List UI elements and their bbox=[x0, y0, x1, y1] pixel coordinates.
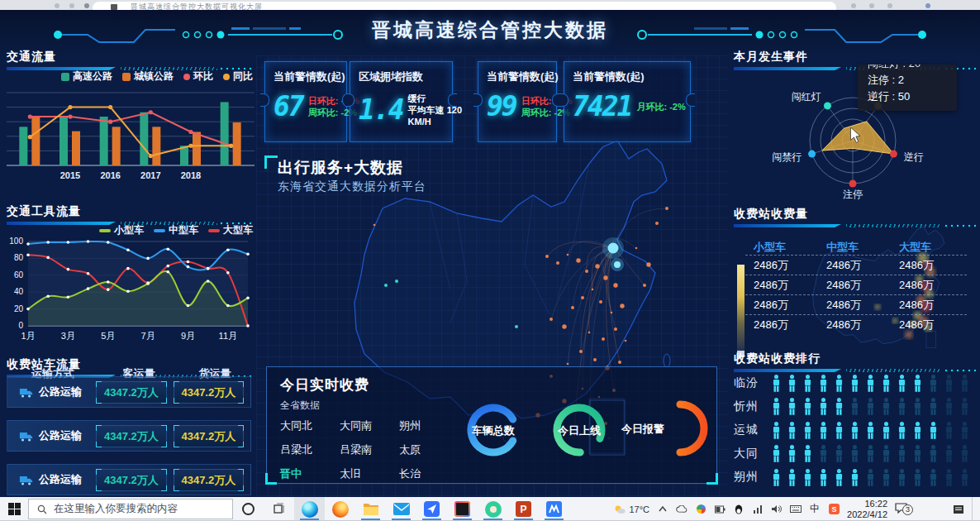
legend-marker-icon bbox=[122, 73, 131, 81]
menu-icon[interactable] bbox=[925, 3, 930, 8]
legend-item[interactable]: 小型车 bbox=[99, 223, 144, 237]
person-icon bbox=[897, 469, 906, 486]
legend-marker-icon bbox=[208, 229, 220, 232]
passenger-volume: 4347.2万人 bbox=[96, 425, 166, 447]
taskbar-app-idea[interactable] bbox=[447, 497, 478, 521]
vehicle-flow-chart[interactable]: 0204060801001月3月5月7月9月11月 bbox=[3, 237, 256, 346]
person-icon bbox=[772, 445, 781, 462]
taskbar-app-file-explorer[interactable] bbox=[355, 497, 386, 521]
person-icon bbox=[929, 422, 938, 439]
person-icon bbox=[850, 375, 859, 392]
tooltip-line: 逆行 : 50 bbox=[868, 88, 947, 105]
qq-tray-icon[interactable] bbox=[733, 504, 745, 514]
battery-tray-icon[interactable] bbox=[714, 505, 725, 514]
legend-marker-icon bbox=[99, 229, 111, 232]
back-icon[interactable] bbox=[55, 3, 59, 8]
taskbar-search[interactable]: 在这里输入你要搜索的内容 bbox=[28, 499, 233, 519]
taskbar-app-mastergo[interactable] bbox=[539, 497, 569, 521]
table-row: 公路运输4347.2万人4347.2万人 bbox=[7, 464, 251, 495]
revenue-cell: 2486万 bbox=[891, 256, 963, 275]
ime-indicator[interactable]: 中 bbox=[809, 502, 821, 516]
svg-text:0: 0 bbox=[18, 321, 23, 330]
taskbar-app-powerpoint[interactable]: P bbox=[508, 497, 539, 521]
search-icon bbox=[37, 504, 47, 514]
taskbar-app-mail[interactable] bbox=[386, 497, 416, 521]
legend-label: 小型车 bbox=[114, 223, 144, 237]
intellij-idea-icon bbox=[454, 501, 470, 517]
freight-volume: 4347.2万人 bbox=[174, 469, 244, 491]
svg-text:S: S bbox=[831, 505, 836, 514]
taskbar-app-task-view[interactable] bbox=[264, 497, 294, 521]
start-button[interactable] bbox=[0, 497, 28, 521]
legend-item[interactable]: 大型车 bbox=[208, 223, 253, 237]
legend-item[interactable]: 同比 bbox=[223, 69, 253, 84]
person-icon bbox=[850, 445, 859, 462]
taskbar-app-firefox[interactable] bbox=[325, 497, 355, 521]
legend-item[interactable]: 城镇公路 bbox=[122, 69, 174, 84]
sogou-tray-icon[interactable]: S bbox=[828, 504, 840, 514]
stat-title: 当前警情数(起) bbox=[487, 69, 549, 84]
person-icon bbox=[882, 445, 891, 462]
network-tray-icon[interactable] bbox=[752, 505, 764, 514]
person-icon bbox=[803, 375, 812, 392]
notification-center-button[interactable]: 3 bbox=[895, 503, 907, 515]
stat-cards: 当前警情数(起)67日环比: +3%周环比: -2%区域拥堵指数1.4缓行平均车… bbox=[263, 61, 709, 142]
screen: 晋城高速综合管控大数据可视化大屏 bbox=[0, 0, 980, 521]
stat-card: 区域拥堵指数1.4缓行平均车速 120KM/H bbox=[350, 61, 453, 142]
person-icon bbox=[835, 469, 844, 486]
person-icon bbox=[913, 445, 922, 462]
chevron-up-icon bbox=[659, 506, 667, 512]
tray-expand-button[interactable] bbox=[657, 506, 668, 512]
mail-icon bbox=[393, 502, 410, 516]
truck-icon bbox=[19, 475, 34, 485]
bookmark-icon[interactable] bbox=[869, 3, 874, 8]
table-row: 公路运输4347.2万人4347.2万人 bbox=[7, 420, 251, 452]
person-icon bbox=[803, 469, 812, 486]
table-row: 2486万2486万2486万 bbox=[745, 294, 967, 314]
taskbar-app-edge[interactable] bbox=[294, 497, 325, 521]
taskbar-app-feishu[interactable] bbox=[416, 497, 447, 521]
person-icon bbox=[835, 445, 844, 462]
stat-title: 区域拥堵指数 bbox=[359, 69, 445, 84]
section-title-vehicle: 交通工具流量 bbox=[7, 204, 255, 219]
action-center-icon[interactable] bbox=[953, 504, 964, 514]
transport-mode: 公路运输 bbox=[7, 428, 96, 443]
taskbar-app-cortana[interactable] bbox=[233, 497, 264, 521]
taskbar-app-contacts[interactable] bbox=[478, 497, 508, 521]
taskbar-clock[interactable]: 16:222022/4/12 bbox=[847, 499, 887, 520]
volume-tray-icon[interactable] bbox=[771, 504, 783, 514]
person-icon bbox=[772, 398, 781, 415]
stat-value-row: 99日环比: +3%周环比: -2% bbox=[487, 93, 549, 121]
person-icon bbox=[819, 375, 828, 392]
svg-text:1月: 1月 bbox=[21, 331, 35, 341]
realtime-gauges[interactable]: 车辆总数今日上线今日报警 bbox=[267, 367, 718, 485]
stat-title: 当前警情数(起) bbox=[573, 69, 683, 84]
stat-card: 当前警情数(起)7421月环比: -2% bbox=[564, 61, 691, 142]
touch-keyboard-icon[interactable] bbox=[790, 505, 802, 513]
traffic-flow-chart[interactable]: 2015201620172018 bbox=[5, 86, 256, 185]
address-bar[interactable]: 晋城高速综合管控大数据可视化大屏 bbox=[93, 2, 836, 10]
forward-icon[interactable] bbox=[69, 3, 74, 8]
person-icon bbox=[960, 398, 969, 415]
weather-widget[interactable]: 17°C bbox=[614, 504, 649, 514]
legend-item[interactable]: 高速公路 bbox=[61, 69, 112, 84]
legend-item[interactable]: 中型车 bbox=[154, 223, 198, 237]
onedrive-icon[interactable] bbox=[676, 505, 687, 513]
extension-icon[interactable] bbox=[851, 3, 856, 8]
ranking-label: 运城 bbox=[734, 423, 772, 437]
legend-item[interactable]: 环比 bbox=[183, 69, 213, 84]
table-row: 2486万2486万2486万 bbox=[745, 314, 967, 334]
contacts-app-icon bbox=[485, 501, 502, 518]
drive-tray-icon[interactable] bbox=[695, 504, 706, 514]
person-icon bbox=[787, 398, 797, 415]
profile-icon[interactable] bbox=[887, 3, 892, 8]
stat-metrics: 缓行平均车速 120KM/H bbox=[408, 93, 462, 127]
stat-value: 67 bbox=[274, 93, 303, 121]
person-icon bbox=[960, 375, 969, 392]
show-desktop-button[interactable] bbox=[972, 497, 975, 521]
svg-text:2015: 2015 bbox=[60, 170, 80, 180]
ranking-row: 大同 bbox=[734, 443, 969, 465]
reload-icon[interactable] bbox=[84, 3, 89, 8]
ranking-label: 临汾 bbox=[734, 375, 772, 390]
person-icon bbox=[787, 445, 797, 462]
